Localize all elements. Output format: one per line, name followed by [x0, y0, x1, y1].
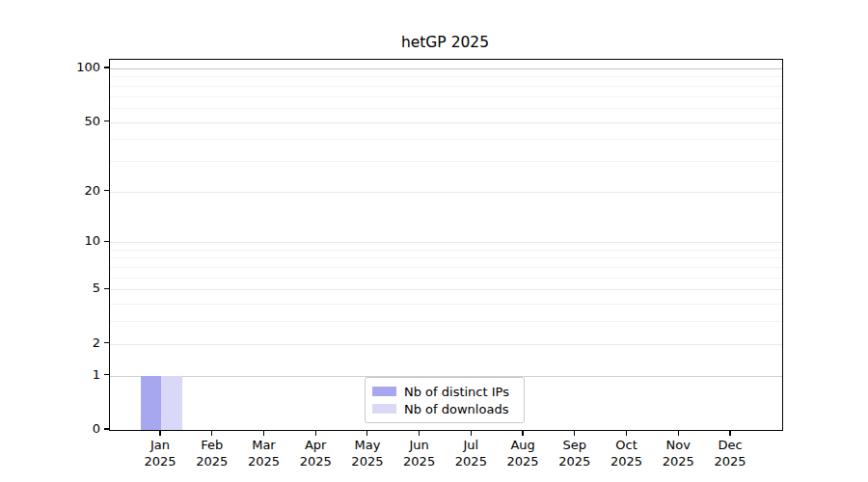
gridline-major-2	[110, 344, 782, 345]
x-tick-jan	[159, 431, 160, 436]
gridline-minor-90	[110, 76, 782, 77]
bar-jan-distinct-ips	[141, 376, 162, 430]
legend-item-distinct-ips: Nb of distinct IPs	[371, 383, 518, 400]
legend-label: Nb of downloads	[404, 402, 508, 416]
gridline-major-5	[110, 289, 782, 290]
gridline-major-20	[110, 192, 782, 193]
gridline-major-100	[110, 68, 782, 69]
x-tick-nov	[678, 431, 679, 436]
legend-label: Nb of distinct IPs	[404, 385, 509, 399]
legend-swatch-distinct-ips	[372, 387, 396, 396]
chart-title: hetGP 2025	[109, 34, 781, 53]
legend: Nb of distinct IPs Nb of downloads	[365, 377, 525, 423]
y-tick-2	[104, 342, 109, 343]
gridline-minor-6	[110, 278, 782, 279]
x-tick-label-dec: Dec2025	[699, 438, 761, 469]
gridline-minor-9	[110, 250, 782, 251]
gridline-minor-3	[110, 321, 782, 322]
y-tick-label-0: 0	[62, 421, 100, 437]
gridline-minor-40	[110, 139, 782, 140]
gridline-major-50	[110, 122, 782, 123]
y-tick-label-50: 50	[62, 114, 100, 129]
gridline-minor-4	[110, 304, 782, 305]
x-tick-feb	[211, 431, 212, 436]
chart-canvas: hetGP 2025 0125102050100Jan2025Feb2025Ma…	[0, 0, 868, 482]
bar-jan-downloads	[161, 376, 182, 430]
x-tick-aug	[522, 431, 523, 436]
y-tick-50	[104, 120, 109, 121]
plot-area	[109, 59, 783, 431]
gridline-minor-70	[110, 96, 782, 97]
gridline-minor-7	[110, 267, 782, 268]
x-tick-mar	[263, 431, 264, 436]
gridline-minor-60	[110, 108, 782, 109]
y-tick-label-20: 20	[62, 183, 100, 199]
y-tick-1	[104, 374, 109, 375]
x-tick-sep	[574, 431, 575, 436]
y-tick-5	[104, 288, 109, 289]
x-tick-jun	[419, 431, 420, 436]
y-tick-label-5: 5	[62, 281, 100, 296]
y-tick-label-10: 10	[62, 233, 100, 249]
x-tick-apr	[315, 431, 316, 436]
x-tick-dec	[729, 431, 730, 436]
gridline-minor-8	[110, 257, 782, 258]
y-tick-10	[104, 241, 109, 242]
y-tick-20	[104, 190, 109, 191]
gridline-minor-30	[110, 161, 782, 162]
y-tick-label-100: 100	[62, 60, 100, 75]
y-tick-0	[104, 428, 109, 429]
y-tick-label-2: 2	[62, 335, 100, 351]
gridline-major-10	[110, 242, 782, 243]
gridline-minor-80	[110, 86, 782, 87]
y-tick-100	[104, 67, 109, 67]
legend-item-downloads: Nb of downloads	[371, 400, 518, 417]
legend-swatch-downloads	[372, 404, 396, 414]
x-tick-may	[366, 431, 367, 436]
x-tick-oct	[626, 431, 627, 436]
x-tick-jul	[471, 431, 472, 436]
y-tick-label-1: 1	[62, 367, 100, 383]
